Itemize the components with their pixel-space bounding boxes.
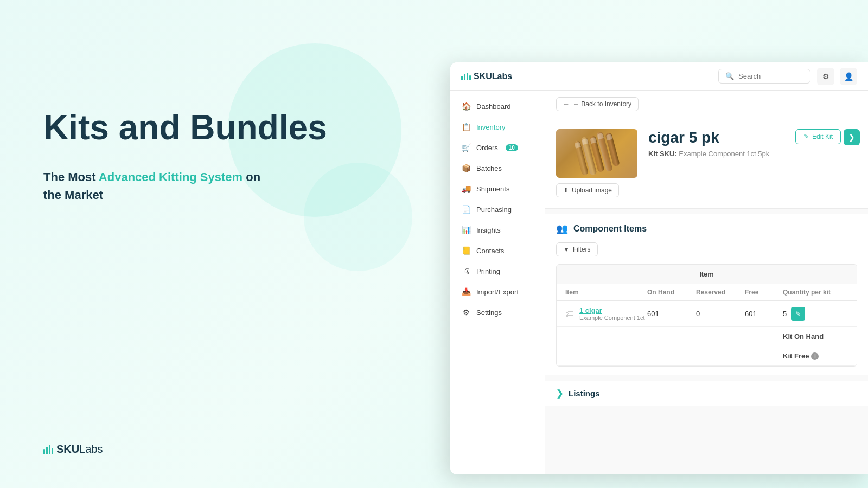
edit-kit-button[interactable]: ✎ Edit Kit	[795, 129, 841, 144]
back-arrow-icon: ←	[563, 100, 570, 108]
item-name-link[interactable]: 1 cigar	[579, 306, 644, 314]
topbar-bar-1	[461, 76, 463, 80]
topbar-bar-4	[469, 75, 471, 80]
content-area: ← ← Back to Inventory	[545, 91, 868, 474]
topbar-logo-text: SKULabs	[474, 72, 512, 81]
marketing-section: Kits and Bundles The Most Advanced Kitti…	[43, 108, 342, 204]
user-icon-btn[interactable]: 👤	[840, 68, 857, 85]
sidebar-item-contacts[interactable]: 📒 Contacts	[450, 240, 545, 261]
sidebar-item-insights[interactable]: 📊 Insights	[450, 220, 545, 240]
item-cell: 🏷 1 cigar Example Component 1ct	[565, 306, 647, 321]
sidebar-item-purchasing[interactable]: 📄 Purchasing	[450, 199, 545, 220]
filters-button[interactable]: ▼ Filters	[556, 242, 598, 256]
product-header: ⬆ Upload image cigar 5 pk Kit SKU: Examp…	[545, 118, 868, 209]
edit-icon: ✎	[803, 133, 809, 140]
insights-icon: 📊	[461, 225, 471, 235]
product-sku: Kit SKU: Example Component 1ct 5pk	[648, 150, 857, 158]
sidebar-item-import-export[interactable]: 📥 Import/Export	[450, 281, 545, 302]
sidebar-item-settings[interactable]: ⚙ Settings	[450, 302, 545, 323]
purchasing-icon: 📄	[461, 204, 471, 214]
component-items-section: 👥 Component Items ▼ Filters Item Item On…	[545, 214, 868, 375]
kit-on-hand-row: Kit On Hand	[557, 327, 857, 346]
logo-labs: Labs	[79, 443, 103, 455]
topbar-bar-2	[464, 74, 465, 80]
component-items-icon: 👥	[556, 223, 568, 235]
contacts-icon: 📒	[461, 246, 471, 255]
kit-free-label: Kit Free i	[783, 352, 848, 360]
component-items-table: Item Item On Hand Reserved Free Quantity…	[556, 264, 857, 367]
import-icon: 📥	[461, 287, 471, 297]
logo-bar-3	[49, 445, 50, 454]
table-group-header: Item	[557, 265, 857, 284]
item-name-block: 1 cigar Example Component 1ct	[579, 306, 644, 321]
topbar-icons: ⚙ 👤	[817, 68, 857, 85]
col-reserved: Reserved	[696, 288, 745, 296]
back-to-inventory-button[interactable]: ← ← Back to Inventory	[556, 97, 639, 111]
settings-icon: ⚙	[461, 307, 471, 317]
col-free: Free	[745, 288, 783, 296]
sidebar-item-printing[interactable]: 🖨 Printing	[450, 261, 545, 281]
cigar-sticks-visual	[573, 129, 621, 178]
sidebar-label-dashboard: Dashboard	[476, 102, 511, 111]
more-options-button[interactable]: ❯	[844, 129, 860, 145]
batches-icon: 📦	[461, 163, 471, 173]
logo-sku: SKU	[56, 443, 79, 455]
tag-icon: 🏷	[565, 309, 574, 319]
search-input[interactable]	[738, 72, 803, 80]
listings-title: Listings	[569, 389, 600, 398]
col-on-hand: On Hand	[647, 288, 696, 296]
topbar: SKULabs 🔍 ⚙ 👤	[450, 62, 868, 91]
orders-icon: 🛒	[461, 143, 471, 152]
search-box[interactable]: 🔍	[718, 69, 810, 84]
back-label: ← Back to Inventory	[573, 100, 631, 108]
sidebar-item-batches[interactable]: 📦 Batches	[450, 158, 545, 178]
logo-bar-1	[43, 449, 45, 454]
sidebar-label-shipments: Shipments	[476, 185, 509, 193]
col-item: Item	[565, 288, 647, 296]
more-icon: ❯	[848, 133, 855, 142]
listings-chevron-icon: ❯	[556, 388, 563, 399]
edit-qty-button[interactable]: ✎	[791, 307, 805, 321]
sku-value: Example Component 1ct 5pk	[679, 150, 769, 158]
sidebar: 🏠 Dashboard 📋 Inventory 🛒 Orders 10 📦 Ba…	[450, 91, 545, 474]
sidebar-item-inventory[interactable]: 📋 Inventory	[450, 117, 545, 137]
product-image-area: ⬆ Upload image	[556, 129, 637, 197]
kit-free-text: Kit Free	[783, 352, 809, 360]
sidebar-label-purchasing: Purchasing	[476, 206, 512, 214]
edit-kit-label: Edit Kit	[812, 133, 833, 140]
marketing-title: Kits and Bundles	[43, 108, 342, 146]
dashboard-icon: 🏠	[461, 101, 471, 111]
sidebar-label-inventory: Inventory	[476, 123, 505, 131]
logo-bar-4	[52, 448, 53, 454]
sidebar-item-orders[interactable]: 🛒 Orders 10	[450, 137, 545, 158]
filters-label: Filters	[573, 246, 591, 253]
kit-on-hand-label: Kit On Hand	[783, 332, 848, 341]
on-hand-val: 601	[647, 310, 696, 318]
subtitle-plain: The Most	[43, 170, 99, 184]
sidebar-label-printing: Printing	[476, 267, 500, 275]
free-val: 601	[745, 310, 783, 318]
logo-text: SKULabs	[56, 443, 103, 455]
marketing-subtitle: The Most Advanced Kitting System onthe M…	[43, 168, 342, 204]
search-icon: 🔍	[725, 72, 734, 80]
info-icon: i	[811, 352, 819, 360]
topbar-bar-3	[467, 73, 468, 80]
upload-label: Upload image	[572, 187, 612, 194]
qty-value: 5	[783, 310, 787, 318]
table-row: 🏷 1 cigar Example Component 1ct 601 0 60…	[557, 301, 857, 327]
upload-image-button[interactable]: ⬆ Upload image	[556, 183, 619, 197]
reserved-val: 0	[696, 310, 745, 318]
app-window: SKULabs 🔍 ⚙ 👤 🏠 Dashboard 📋 Inventory 🛒	[450, 62, 868, 474]
sidebar-item-dashboard[interactable]: 🏠 Dashboard	[450, 96, 545, 117]
section-header: 👥 Component Items	[556, 223, 857, 235]
table-col-headers: Item On Hand Reserved Free Quantity per …	[557, 284, 857, 301]
group-header-label: Item	[699, 270, 714, 278]
printing-icon: 🖨	[461, 266, 471, 276]
sidebar-label-settings: Settings	[476, 309, 502, 317]
sidebar-label-orders: Orders	[476, 144, 498, 152]
qty-cell: 5 ✎	[783, 307, 848, 321]
back-bar: ← ← Back to Inventory	[545, 91, 868, 118]
settings-icon-btn[interactable]: ⚙	[817, 68, 834, 85]
sidebar-item-shipments[interactable]: 🚚 Shipments	[450, 178, 545, 199]
listings-section[interactable]: ❯ Listings	[545, 381, 868, 406]
